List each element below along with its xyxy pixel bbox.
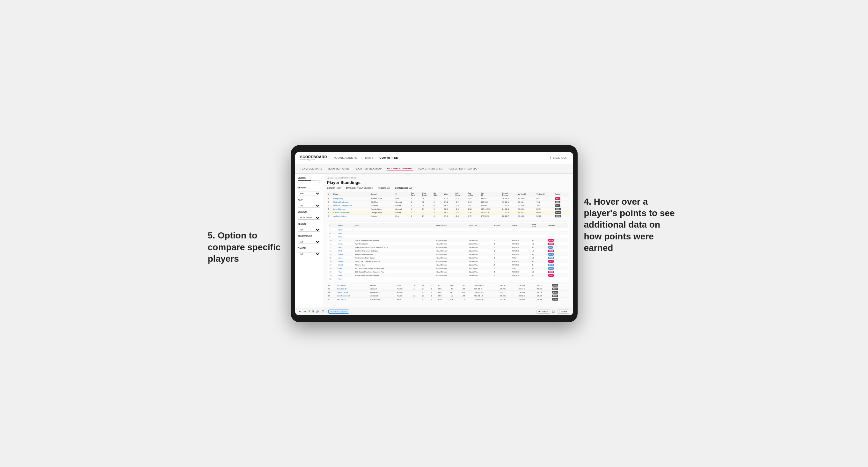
cell-player[interactable]: Gorik (337, 242, 353, 245)
cell-player[interactable]: Alex C (337, 259, 353, 263)
cell-player[interactable]: Nichi (337, 228, 353, 231)
nav-player-summary[interactable]: PLAYER SUMMARY (387, 166, 413, 171)
filter-row: Gender: Men Division: NCAA Division I Re… (327, 187, 569, 189)
cell-rounds: 3 (493, 256, 511, 259)
cell-player[interactable]: Ian Gilligan (336, 284, 369, 287)
cell-player[interactable]: Christo Lamprecht (333, 211, 370, 214)
cell-wpoints[interactable]: 73.33 (547, 249, 567, 252)
nav-player-h2h-heatmap[interactable]: PLAYER H2H HEATMAP (448, 167, 479, 171)
cell-player[interactable]: Tiger (337, 270, 353, 274)
cell-points[interactable]: 70.1 (554, 204, 569, 207)
cell-points[interactable]: 40.02 (551, 290, 569, 294)
cell-wpoints[interactable]: 56.50 (547, 259, 567, 263)
cell-wpoints[interactable]: 25.98 (547, 267, 567, 270)
sidebar-year-select[interactable]: (All) (298, 204, 320, 208)
cell-type: Stroke Play (468, 242, 493, 245)
cell-player[interactable]: Pitch (337, 249, 353, 252)
sidebar-conference-select[interactable]: (All) (298, 240, 320, 244)
filter-division-label: Division: (346, 187, 356, 189)
cell-player[interactable]: Mats (337, 231, 353, 235)
undo-icon[interactable]: ↩ (299, 310, 302, 313)
cell-no-rds: 1 (433, 197, 443, 200)
cell-player[interactable]: Petr Hruby (336, 298, 369, 301)
redo-icon[interactable]: ↪ (304, 310, 306, 313)
cell-num: 10 (329, 239, 338, 242)
cell-player[interactable]: Wenyi Ding (333, 197, 370, 200)
view-original-button[interactable]: 👁 View: Original (328, 310, 349, 314)
cell-player[interactable]: Luke I (337, 267, 353, 270)
cell-player[interactable]: Bastien Amat (336, 290, 369, 294)
watch-button[interactable]: 👁 Watch (536, 310, 550, 314)
cell-points[interactable]: 80.49 (554, 211, 569, 214)
cell-points[interactable]: 39.95 (551, 294, 569, 298)
cell-player[interactable]: Mane (337, 252, 353, 256)
sign-out-link[interactable]: Sign out (553, 156, 568, 160)
link-icon[interactable]: 🔗 (316, 310, 319, 313)
cell-wpoints[interactable]: 30.47 (547, 263, 567, 267)
cell-player[interactable]: Toshi (337, 277, 353, 281)
nav-team-summary[interactable]: TEAM SUMMARY (300, 167, 322, 171)
cell-conf-rank: 18 (422, 200, 433, 204)
cell-status: PLAYED (511, 263, 531, 267)
cell-vs25: 50-16-8 (517, 214, 535, 218)
cell-player[interactable]: Prest (337, 235, 353, 239)
cell-player[interactable]: Luke Clanton (333, 207, 370, 211)
cell-player[interactable]: Jacob (337, 239, 353, 242)
cell-overall: 14-26-1 (499, 284, 518, 287)
clock-icon[interactable]: ⏱ (321, 310, 324, 313)
download-icon[interactable]: ⬇ (308, 310, 310, 313)
cell-points[interactable]: 58.18 (554, 214, 569, 218)
cell-points[interactable]: 38.49 (551, 298, 569, 301)
sidebar-gender-select[interactable]: Men (298, 192, 320, 195)
cell-wpoints[interactable]: 40.64 (547, 239, 567, 242)
cell-reg-rank: 10 (412, 284, 422, 287)
cell-player[interactable]: Michael La Sasso (333, 200, 370, 204)
cell-wpoints[interactable]: 57.57 (547, 252, 567, 256)
cell-player[interactable]: Matti (337, 274, 353, 277)
cell-points[interactable]: 76.2 (554, 200, 569, 204)
nav-team-h2h-heatmap[interactable]: TEAM H2H HEATMAP (354, 167, 382, 171)
cell-wpoints[interactable]: 53.60 (547, 242, 567, 245)
cell-points[interactable]: 88.54 (554, 207, 569, 211)
share-button[interactable]: ⤴ Share (557, 310, 569, 314)
cell-wpoints[interactable] (547, 231, 567, 235)
nav-teams[interactable]: TEAMS (363, 156, 374, 160)
comment-icon[interactable]: 💬 (552, 310, 555, 313)
cell-reg-rank: 12 (412, 294, 422, 298)
cell-wpoints[interactable]: 24.11 (547, 256, 567, 259)
cell-wpoints[interactable] (547, 228, 567, 231)
standings-row: 4 Luke Clanton Florida State Second 5 27… (327, 207, 569, 211)
cell-type: Stroke Play (468, 239, 493, 242)
cell-wpoints[interactable]: 40.7 (547, 245, 567, 249)
sidebar-division-select[interactable]: NCAA Division I (298, 216, 320, 220)
cell-points[interactable]: 80.68 (551, 284, 569, 287)
nav-tournaments[interactable]: TOURNAMENTS (334, 156, 357, 160)
nav-committee[interactable]: COMMITTEE (379, 156, 398, 160)
sidebar-region-select[interactable]: N/A (298, 228, 320, 232)
cell-points[interactable]: 88.2 (554, 197, 569, 200)
cell-player[interactable]: Michael Thorbjornsen (333, 204, 370, 207)
sidebar-player: Player (All) (298, 247, 320, 256)
cell-wpoints[interactable]: 56.18 (547, 270, 567, 274)
lower-standings-row: 23 Jack Lundin Missouri Fourth 11 24 0 6… (327, 287, 569, 290)
cell-player[interactable]: Cole Sherwood (336, 294, 369, 298)
nav-player-h2h-grid[interactable]: PLAYER H2H GRID (418, 167, 442, 171)
cell-wpoints[interactable]: 66.40 (547, 274, 567, 277)
nav-team-h2h-grid[interactable]: TEAM H2H GRID (328, 167, 349, 171)
cell-status: PLAYED (511, 259, 531, 263)
cell-player[interactable]: Jake I (337, 256, 353, 259)
cell-player[interactable]: Jack Lundin (336, 287, 369, 290)
sidebar-player-select[interactable]: (All) (298, 252, 320, 256)
cell-num: 19 (329, 270, 338, 274)
copy-icon[interactable]: ⎘ (312, 310, 314, 313)
cell-points[interactable]: 80.27 (551, 287, 569, 290)
cell-player[interactable]: David (337, 263, 353, 267)
cell-num: 8 (329, 231, 338, 235)
cell-school: Missouri (369, 287, 396, 290)
cell-player[interactable]: Brenn (337, 245, 353, 249)
sidebar-conference-label: Conference (298, 235, 320, 237)
cell-rank: +1 (531, 274, 547, 277)
cell-player[interactable]: Jackson Koivu (333, 214, 370, 218)
cell-wpoints[interactable] (547, 277, 567, 281)
cell-wpoints[interactable] (547, 235, 567, 239)
